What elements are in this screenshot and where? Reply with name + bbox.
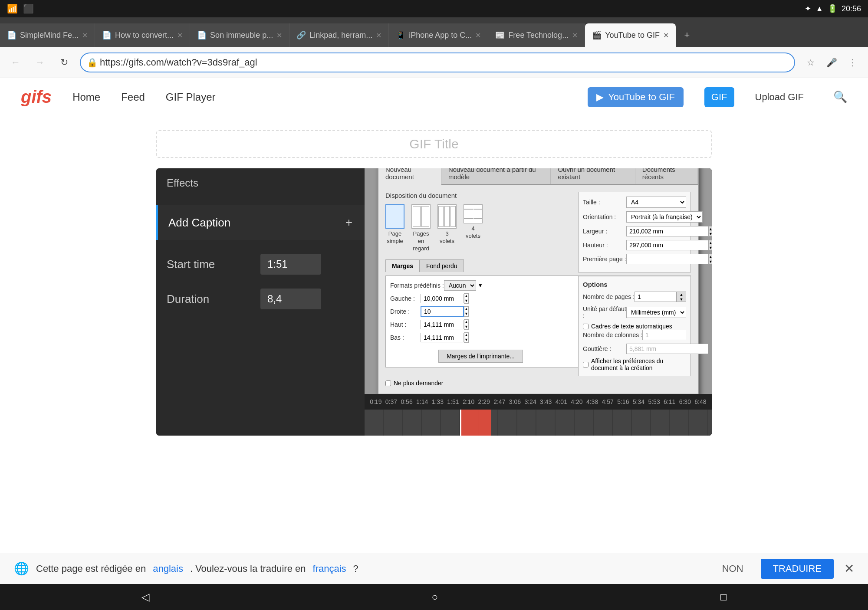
cadres-checkbox[interactable] xyxy=(583,324,589,329)
gouttiere-input[interactable] xyxy=(626,344,708,354)
preview-area: ⚙ Nouveau document ─ □ ✕ Nouveau documen… xyxy=(365,168,712,436)
add-caption-row[interactable]: Add Caption + xyxy=(156,205,365,240)
menu-button[interactable]: ⋮ xyxy=(844,54,861,71)
tab-close-linkpad[interactable]: ✕ xyxy=(376,31,381,39)
afficher-checkbox[interactable] xyxy=(583,362,589,367)
translation-lang1-link[interactable]: anglais xyxy=(153,563,183,574)
no-ask-again-checkbox[interactable] xyxy=(385,380,391,386)
tab-close-convert[interactable]: ✕ xyxy=(177,31,183,39)
tab-youtube-gif[interactable]: 🎬 YouTube to GIF ✕ xyxy=(585,23,676,47)
back-button[interactable]: ← xyxy=(7,54,24,71)
timeline-track[interactable] xyxy=(365,410,712,436)
gif-title-area[interactable]: GIF Title xyxy=(156,130,712,158)
forward-button[interactable]: → xyxy=(31,54,49,71)
margin-formats-select[interactable]: Aucun xyxy=(444,280,476,291)
margin-droite-input[interactable] xyxy=(421,306,464,317)
site-logo[interactable]: gifs xyxy=(21,87,52,107)
translation-close-button[interactable]: ✕ xyxy=(844,561,854,576)
nb-colonnes-input[interactable] xyxy=(642,330,686,340)
margin-haut-input[interactable] xyxy=(421,320,464,329)
dialog-tabs: Nouveau document Nouveau document à part… xyxy=(378,168,698,185)
inner-tab-fond-perdu[interactable]: Fond perdu xyxy=(420,259,464,272)
gif-badge-button[interactable]: GIF xyxy=(704,87,734,107)
battery-icon: 🔋 xyxy=(828,4,837,13)
layout-three[interactable]: 3volets xyxy=(437,204,457,245)
haut-spin[interactable]: ▲ ▼ xyxy=(464,319,469,330)
tab-label: Son immeuble p... xyxy=(210,31,273,40)
play-icon: ▶ xyxy=(596,92,604,103)
nav-gif-player[interactable]: GIF Player xyxy=(166,91,216,103)
timeline-selection[interactable] xyxy=(460,410,491,436)
formats-dropdown-icon[interactable]: ▼ xyxy=(478,282,483,289)
inner-tab-marges[interactable]: Marges xyxy=(385,259,420,272)
new-tab-button[interactable]: + xyxy=(676,23,698,47)
duration-input[interactable] xyxy=(260,289,321,309)
timeline-markers-row: 0:19 0:37 0:56 1:14 1:33 1:51 2:10 2:29 … xyxy=(365,394,712,410)
tab-close-simplemind[interactable]: ✕ xyxy=(82,31,88,39)
margin-gauche-input[interactable] xyxy=(421,294,464,303)
margin-bas-input[interactable] xyxy=(421,333,464,342)
address-bar: ← → ↻ 🔒 ☆ 🎤 ⋮ xyxy=(0,47,868,78)
orientation-select[interactable]: Portrait (à la française) xyxy=(626,211,703,223)
traduire-button[interactable]: TRADUIRE xyxy=(761,559,834,579)
nb-pages-input[interactable] xyxy=(635,292,677,302)
android-home-button[interactable]: ○ xyxy=(432,591,438,603)
unite-select[interactable]: Millimètres (mm) xyxy=(626,307,686,318)
add-caption-label: Add Caption xyxy=(165,216,340,230)
android-recent-button[interactable]: □ xyxy=(720,591,727,603)
start-time-input[interactable] xyxy=(260,254,321,275)
main-content: Effects Add Caption + Start time Duratio… xyxy=(156,168,712,436)
upload-gif-button[interactable]: Upload GIF xyxy=(755,92,804,103)
nb-pages-spin[interactable]: ▲ ▼ xyxy=(677,292,686,302)
orientation-row: Orientation : Portrait (à la française) xyxy=(583,211,686,223)
marker-20: 6:30 xyxy=(679,398,691,405)
droite-spin[interactable]: ▲ ▼ xyxy=(464,306,469,317)
search-button[interactable]: 🔍 xyxy=(833,90,847,104)
address-input[interactable] xyxy=(80,52,795,72)
marker-21: 6:48 xyxy=(694,398,706,405)
tab-close-iphone[interactable]: ✕ xyxy=(475,31,481,39)
taille-select[interactable]: A4 xyxy=(626,197,686,208)
android-back-button[interactable]: ◁ xyxy=(141,591,149,603)
layout-single[interactable]: Pagesimple xyxy=(385,204,404,245)
marker-13: 4:20 xyxy=(571,398,582,405)
bookmark-button[interactable]: ☆ xyxy=(802,54,819,71)
premiere-page-input[interactable] xyxy=(626,254,708,264)
hauteur-spin[interactable]: ▲ ▼ xyxy=(708,240,712,250)
nav-home[interactable]: Home xyxy=(72,91,100,103)
largeur-input[interactable] xyxy=(626,226,708,236)
dialog-tab-modele[interactable]: Nouveau document à partir du modèle xyxy=(441,168,551,184)
reload-button[interactable]: ↻ xyxy=(56,54,73,71)
add-caption-button[interactable]: + xyxy=(340,214,358,231)
tab-iphone[interactable]: 📱 iPhone App to C... ✕ xyxy=(389,23,488,47)
premiere-page-spin[interactable]: ▲ ▼ xyxy=(708,254,712,264)
non-button[interactable]: NON xyxy=(712,560,754,578)
nav-feed[interactable]: Feed xyxy=(121,91,145,103)
translation-lang2-link[interactable]: français xyxy=(313,563,346,574)
layout-double[interactable]: Pagesenregard xyxy=(411,204,431,253)
tab-close-immeuble[interactable]: ✕ xyxy=(276,31,282,39)
largeur-spin[interactable]: ▲ ▼ xyxy=(708,226,712,236)
youtube-to-gif-button[interactable]: ▶ YouTube to GIF xyxy=(588,87,684,107)
tab-close-freetechnology[interactable]: ✕ xyxy=(572,31,578,39)
dialog-tab-recents[interactable]: Documents récents xyxy=(635,168,698,184)
tab-label: YouTube to GIF xyxy=(605,31,660,40)
mic-button[interactable]: 🎤 xyxy=(823,54,840,71)
layout-four[interactable]: 4volets xyxy=(464,204,483,240)
no-ask-again-row: Ne plus demander xyxy=(385,380,691,387)
dialog-tab-existant[interactable]: Ouvrir un document existant xyxy=(551,168,635,184)
no-ask-again-label: Ne plus demander xyxy=(394,380,443,387)
tab-simplemind[interactable]: 📄 SimpleMind Fe... ✕ xyxy=(0,23,95,47)
bas-spin[interactable]: ▲ ▼ xyxy=(464,332,469,343)
gauche-spin[interactable]: ▲ ▼ xyxy=(464,293,469,304)
tab-immeuble[interactable]: 📄 Son immeuble p... ✕ xyxy=(190,23,289,47)
tab-close-youtube-gif[interactable]: ✕ xyxy=(663,31,669,39)
dialog-window[interactable]: ⚙ Nouveau document ─ □ ✕ Nouveau documen… xyxy=(378,168,699,394)
tab-linkpad[interactable]: 🔗 Linkpad, herram... ✕ xyxy=(289,23,389,47)
tab-convert[interactable]: 📄 How to convert... ✕ xyxy=(95,23,190,47)
tab-freetechnology[interactable]: 📰 Free Technolog... ✕ xyxy=(488,23,585,47)
printer-margins-button[interactable]: Marges de l'imprimante... xyxy=(438,350,523,363)
dialog-tab-nouveau[interactable]: Nouveau document xyxy=(378,168,441,185)
largeur-row: Largeur : ▲ ▼ xyxy=(583,226,686,236)
hauteur-input[interactable] xyxy=(626,240,708,250)
